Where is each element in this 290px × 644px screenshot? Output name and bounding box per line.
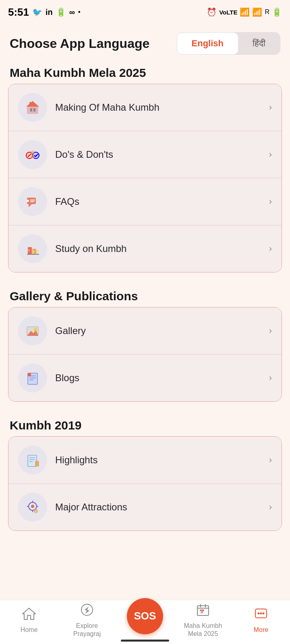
- battery-icon: 🔋: [56, 7, 66, 17]
- nav-item-explore[interactable]: ExplorePrayagraj: [61, 603, 113, 637]
- nav-label-explore: ExplorePrayagraj: [73, 622, 101, 637]
- nav-item-home[interactable]: Home: [3, 607, 55, 634]
- page-title: Choose App Language: [10, 36, 149, 51]
- battery-charging-icon: 🔋: [272, 7, 282, 17]
- card-maha-kumbh: Making Of Maha Kumbh › Do's & Don'ts ›: [8, 84, 282, 272]
- nav-label-maha-kumbh: Maha KumbhMela 2025: [184, 622, 222, 637]
- menu-item-faqs[interactable]: FAQs ›: [8, 178, 282, 225]
- icon-blogs: [18, 363, 47, 392]
- nav-item-more[interactable]: More: [235, 607, 287, 634]
- explore-icon: [80, 603, 94, 620]
- language-toggle: English हिंदी: [177, 32, 280, 55]
- chevron-highlights: ›: [269, 455, 272, 465]
- sos-button[interactable]: SOS: [127, 598, 163, 634]
- svg-marker-42: [23, 608, 35, 619]
- icon-faqs: [18, 187, 47, 216]
- label-blogs: Blogs: [55, 372, 269, 384]
- svg-rect-3: [30, 108, 32, 111]
- label-faqs: FAQs: [55, 196, 269, 207]
- menu-item-study-on-kumbh[interactable]: 1 2 3 Study on Kumbh ›: [8, 225, 282, 272]
- status-left: 5:51 🐦 in 🔋 ∞ •: [8, 6, 81, 19]
- signal-icon: 📶: [252, 7, 262, 17]
- section-title-maha-kumbh: Maha Kumbh Mela 2025: [0, 59, 290, 84]
- time-display: 5:51: [8, 6, 29, 19]
- hindi-btn[interactable]: हिंदी: [238, 33, 280, 54]
- svg-point-52: [260, 612, 262, 614]
- svg-text:3: 3: [37, 251, 38, 254]
- chevron-making-of-maha-kumbh: ›: [269, 102, 272, 113]
- label-making-of-maha-kumbh: Making Of Maha Kumbh: [55, 102, 269, 113]
- chevron-blogs: ›: [269, 373, 272, 383]
- linkedin-icon: in: [46, 8, 53, 17]
- menu-item-gallery[interactable]: Gallery ›: [8, 308, 282, 355]
- volte-icon: VoLTE: [219, 9, 237, 16]
- svg-text:2: 2: [33, 250, 34, 253]
- english-btn[interactable]: English: [177, 33, 238, 54]
- menu-item-dos-donts[interactable]: Do's & Don'ts ›: [8, 131, 282, 178]
- section-title-gallery: Gallery & Publications: [0, 282, 290, 307]
- chevron-dos-donts: ›: [269, 149, 272, 160]
- nav-label-more: More: [254, 626, 268, 634]
- icon-dos-donts: [18, 140, 47, 169]
- status-bar: 5:51 🐦 in 🔋 ∞ • ⏰ VoLTE 📶 📶 R 🔋: [0, 0, 290, 24]
- icon-gallery: [18, 316, 47, 345]
- svg-point-11: [27, 200, 29, 202]
- label-dos-donts: Do's & Don'ts: [55, 149, 269, 160]
- main-content: Choose App Language English हिंदी Maha K…: [0, 24, 290, 589]
- alarm-icon: ⏰: [207, 7, 217, 17]
- svg-marker-10: [29, 204, 32, 207]
- r-badge: R: [265, 8, 269, 16]
- label-highlights: Highlights: [55, 454, 269, 466]
- svg-rect-0: [27, 107, 38, 114]
- maha-kumbh-nav-icon: 📅: [196, 603, 210, 620]
- wifi-strength-icon: 📶: [240, 7, 250, 17]
- dot-icon: •: [78, 8, 81, 16]
- svg-rect-33: [35, 461, 39, 466]
- chevron-faqs: ›: [269, 196, 272, 207]
- svg-text:1: 1: [28, 249, 30, 252]
- menu-item-blogs[interactable]: Blogs ›: [8, 355, 282, 401]
- svg-text:!: !: [35, 510, 36, 513]
- chevron-gallery: ›: [269, 326, 272, 336]
- svg-rect-4: [33, 108, 35, 111]
- chevron-study-on-kumbh: ›: [269, 244, 272, 254]
- svg-rect-2: [29, 102, 31, 104]
- chevron-major-attractions: ›: [269, 502, 272, 512]
- label-study-on-kumbh: Study on Kumbh: [55, 243, 269, 254]
- nav-label-home: Home: [21, 626, 38, 634]
- menu-item-highlights[interactable]: Highlights ›: [8, 437, 282, 484]
- svg-marker-44: [85, 607, 89, 614]
- svg-marker-1: [26, 101, 39, 107]
- wifi-icon: 🐦: [32, 7, 42, 17]
- label-major-attractions: Major Attractions: [55, 502, 269, 513]
- svg-point-51: [258, 612, 260, 614]
- more-icon: [254, 607, 268, 624]
- icon-study-on-kumbh: 1 2 3: [18, 234, 47, 263]
- icon-making-of-maha-kumbh: [18, 93, 47, 122]
- glasses-icon: ∞: [69, 8, 75, 17]
- label-gallery: Gallery: [55, 325, 269, 336]
- icon-major-attractions: !: [18, 493, 47, 522]
- svg-rect-28: [28, 373, 31, 376]
- home-icon: [22, 607, 36, 624]
- icon-highlights: [18, 446, 47, 475]
- card-gallery: Gallery › Blogs ›: [8, 307, 282, 402]
- menu-item-major-attractions[interactable]: ! Major Attractions ›: [8, 484, 282, 530]
- status-right: ⏰ VoLTE 📶 📶 R 🔋: [207, 7, 282, 17]
- svg-point-53: [263, 612, 265, 614]
- home-indicator: [121, 640, 169, 642]
- section-title-kumbh-2019: Kumbh 2019: [0, 411, 290, 436]
- svg-point-23: [34, 328, 37, 331]
- svg-rect-8: [31, 151, 34, 159]
- svg-text:📅: 📅: [199, 609, 205, 614]
- language-row: Choose App Language English हिंदी: [0, 24, 290, 59]
- bottom-nav: Home ExplorePrayagraj SOS 📅 Maha KumbhMe…: [0, 600, 290, 644]
- card-kumbh-2019: Highlights › ! Major Attractions ›: [8, 436, 282, 531]
- nav-item-sos[interactable]: SOS: [119, 598, 171, 642]
- svg-point-35: [31, 505, 34, 508]
- menu-item-making-of-maha-kumbh[interactable]: Making Of Maha Kumbh ›: [8, 84, 282, 131]
- nav-item-maha-kumbh[interactable]: 📅 Maha KumbhMela 2025: [177, 603, 229, 637]
